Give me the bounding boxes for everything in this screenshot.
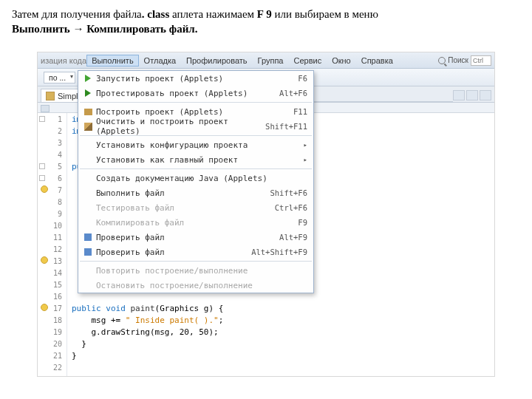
gutter-line: 9 — [38, 208, 66, 219]
menu-item-label: Запустить проект (Applets) — [96, 74, 290, 83]
submenu-arrow-icon: ▸ — [304, 141, 307, 149]
menu-item-icon — [81, 139, 95, 151]
menu-item-icon — [81, 279, 95, 291]
menu-servis[interactable]: Сервис — [288, 55, 327, 66]
menu-item-label: Построить проект (Applets) — [96, 107, 286, 117]
menu-item-label: Выполнить файл — [96, 188, 262, 198]
gutter-line: 16 — [38, 290, 66, 302]
search-icon — [438, 57, 446, 64]
menu-item: Повторить построение/выполнение — [78, 263, 313, 278]
gutter-line: 1 — [38, 113, 66, 125]
menu-item-shortcut: F6 — [298, 74, 307, 83]
gutter-line: 15 — [38, 279, 66, 290]
menu-item-shortcut: Alt+F9 — [279, 233, 307, 242]
menu-item-shortcut: F9 — [298, 218, 307, 227]
menu-item[interactable]: Проверить файлAlt+F9 — [78, 230, 313, 245]
menu-item-icon — [81, 106, 95, 117]
gutter-line: 18 — [38, 314, 66, 326]
config-dropdown[interactable]: по ... — [44, 72, 75, 83]
editor-btn-2[interactable] — [466, 90, 478, 100]
class-icon — [46, 92, 55, 100]
menu-okno[interactable]: Окно — [327, 55, 356, 66]
menu-item[interactable]: Протестировать проект (Applets)Alt+F6 — [78, 86, 313, 100]
menu-item[interactable]: Создать документацию Java (Applets) — [78, 171, 313, 185]
menu-item-icon — [81, 72, 95, 84]
gutter-line: 19 — [38, 326, 66, 338]
menu-item-label: Создать документацию Java (Applets) — [96, 174, 307, 183]
gutter-line: 2 — [38, 125, 66, 137]
menu-item[interactable]: Установить как главный проект▸ — [78, 152, 313, 167]
menu-spravka[interactable]: Справка — [356, 55, 398, 66]
menu-item-shortcut: Alt+F6 — [279, 89, 307, 98]
menu-truncated: изация кода — [41, 56, 86, 65]
menu-gruppa[interactable]: Группа — [253, 55, 289, 66]
menu-item-icon — [81, 265, 95, 276]
menu-item-icon — [81, 120, 95, 132]
menu-item-label: Установить конфигурацию проекта — [96, 140, 304, 150]
gutter-line: 5 — [38, 160, 66, 172]
code-line: public void paint(Graphics g) { — [67, 302, 494, 314]
gutter-line: 4 — [38, 149, 66, 160]
menu-item-label: Протестировать проект (Applets) — [96, 89, 272, 98]
menu-item-label: Остановить построение/выполнение — [96, 281, 307, 290]
menu-item[interactable]: Установить конфигурацию проекта▸ — [78, 137, 313, 152]
code-line: } — [67, 338, 494, 349]
menu-item-shortcut: Shift+F11 — [265, 122, 307, 131]
menu-profile[interactable]: Профилировать — [181, 55, 253, 66]
menu-item-icon — [81, 231, 95, 243]
menu-item-shortcut: Ctrl+F6 — [275, 203, 307, 212]
menu-item-icon — [81, 202, 95, 214]
menu-item-label: Повторить построение/выполнение — [96, 266, 307, 276]
menu-item-label: Проверить файл — [96, 248, 244, 257]
menu-item[interactable]: Запустить проект (Applets)F6 — [78, 71, 313, 86]
code-line — [67, 361, 494, 373]
gutter-line: 20 — [38, 338, 66, 349]
quick-search: Поиск — [438, 55, 491, 66]
code-line: g.drawString(msg, 20, 50); — [67, 326, 494, 338]
menu-item[interactable]: Очистить и построить проект (Applets)Shi… — [78, 119, 313, 134]
gutter-line: 3 — [38, 137, 66, 149]
gutter: 12345678910111213141516171819202122 — [38, 113, 67, 376]
menu-vypolnit[interactable]: Выполнить — [86, 55, 138, 66]
menu-item: Тестировать файлCtrl+F6 — [78, 200, 313, 215]
code-area[interactable]: imimpu public void paint(Graphics g) { m… — [67, 113, 494, 376]
menu-item-icon — [81, 154, 95, 166]
gutter-line: 8 — [38, 196, 66, 208]
gutter-line: 13 — [38, 255, 66, 267]
menu-item-icon — [81, 172, 95, 184]
menu-item-icon — [81, 87, 95, 99]
gutter-line: 12 — [38, 243, 66, 255]
search-input[interactable] — [471, 55, 491, 66]
menu-item-icon — [81, 246, 95, 258]
editor-btn-3[interactable] — [480, 90, 491, 100]
menu-separator — [80, 261, 312, 262]
menu-item: Компилировать файлF9 — [78, 215, 313, 230]
menu-item-label: Тестировать файл — [96, 203, 267, 213]
gutter-line: 22 — [38, 361, 66, 373]
editor-toolbar-buttons — [453, 90, 494, 102]
gutter-line: 14 — [38, 267, 66, 279]
menu-otladka[interactable]: Отладка — [139, 55, 181, 66]
menubar: изация кода Выполнить Отладка Профилиров… — [38, 52, 494, 69]
menu-item-shortcut: F11 — [293, 107, 307, 116]
menu-item-icon — [81, 216, 95, 228]
menu-item: Остановить построение/выполнение — [78, 278, 313, 293]
menu-item[interactable]: Проверить файлAlt+Shift+F9 — [78, 245, 313, 259]
gutter-line: 10 — [38, 219, 66, 231]
menu-item-label: Проверить файл — [96, 233, 272, 242]
editor-btn-1[interactable] — [453, 90, 465, 100]
gutter-line: 11 — [38, 231, 66, 243]
code-line: } — [67, 349, 494, 361]
menu-item-shortcut: Shift+F6 — [270, 188, 307, 197]
gutter-line: 6 — [38, 172, 66, 184]
menu-item-label: Установить как главный проект — [96, 155, 304, 165]
code-line: msg += " Inside paint( )."; — [67, 314, 494, 326]
run-dropdown-menu: Запустить проект (Applets)F6Протестирова… — [78, 70, 314, 293]
editor-area: 12345678910111213141516171819202122 imim… — [38, 113, 494, 376]
menu-separator — [80, 168, 312, 169]
menu-item-icon — [81, 187, 95, 199]
menu-item-shortcut: Alt+Shift+F9 — [251, 248, 307, 256]
menu-item[interactable]: Выполнить файлShift+F6 — [78, 185, 313, 200]
menu-separator — [80, 102, 312, 103]
submenu-arrow-icon: ▸ — [304, 156, 307, 163]
